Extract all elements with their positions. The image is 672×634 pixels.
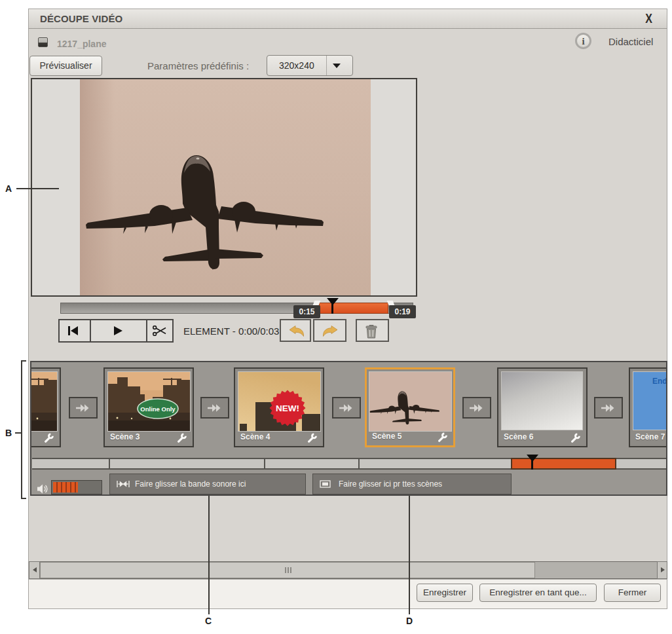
svg-text:NEW!: NEW! xyxy=(276,403,299,413)
svg-text:Online Only: Online Only xyxy=(140,405,176,413)
